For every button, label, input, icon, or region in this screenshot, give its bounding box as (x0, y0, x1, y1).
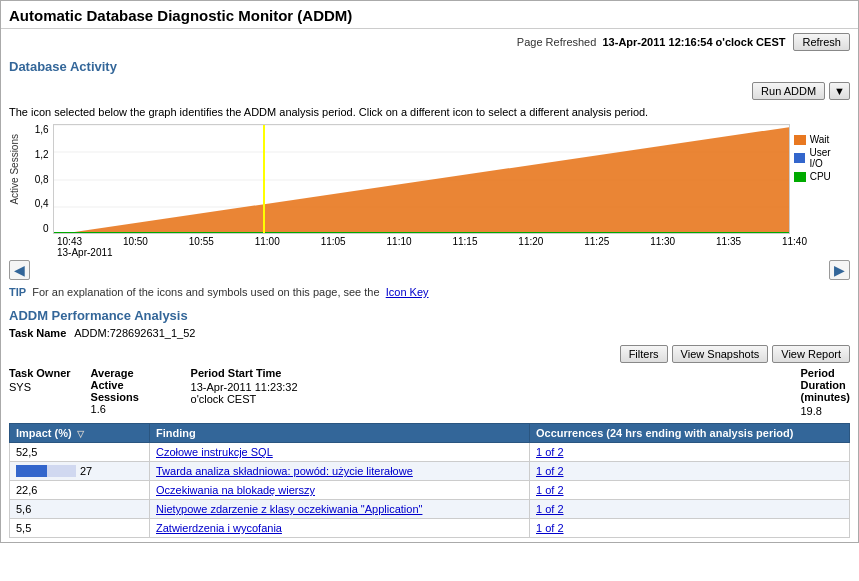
occurrences-link[interactable]: 1 of 2 (536, 484, 564, 496)
avg-active-group: AverageActiveSessions 1.6 (91, 367, 171, 415)
table-row: 22,6Oczekiwania na blokadę wierszy1 of 2 (10, 481, 850, 500)
nav-arrows: ◀ ▶ (1, 258, 858, 282)
occurrences-link[interactable]: 1 of 2 (536, 522, 564, 534)
progress-fill (16, 465, 47, 477)
icon-key-link[interactable]: Icon Key (386, 286, 429, 298)
finding-link[interactable]: Nietypowe zdarzenie z klasy oczekiwania … (156, 503, 422, 515)
details-row: Task Owner SYS AverageActiveSessions 1.6… (9, 367, 850, 417)
tip-bar: TIP For an explanation of the icons and … (1, 282, 858, 304)
page-title: Automatic Database Diagnostic Monitor (A… (9, 7, 352, 24)
next-arrow[interactable]: ▶ (829, 260, 850, 280)
avg-active-value: 1.6 (91, 403, 106, 415)
chart-legend: Wait User I/O CPU (790, 124, 850, 234)
occurrences-link[interactable]: 1 of 2 (536, 503, 564, 515)
addm-section: ADDM Performance Analysis Task Name ADDM… (1, 304, 858, 542)
run-addm-button[interactable]: Run ADDM (752, 82, 825, 100)
finding-link[interactable]: Zatwierdzenia i wycofania (156, 522, 282, 534)
legend-userio: User I/O (794, 147, 846, 169)
chart-y-ticks: 1,6 1,2 0,8 0,4 0 (25, 124, 53, 234)
refresh-button[interactable]: Refresh (793, 33, 850, 51)
sort-icon: ▽ (77, 429, 84, 439)
database-activity-title: Database Activity (1, 55, 858, 78)
legend-wait-color (794, 135, 806, 145)
occurrences-cell[interactable]: 1 of 2 (530, 500, 850, 519)
finding-cell[interactable]: Twarda analiza składniowa: powód: użycie… (150, 462, 530, 481)
legend-cpu-label: CPU (810, 171, 831, 182)
refresh-datetime: 13-Apr-2011 12:16:54 o'clock CEST (602, 36, 785, 48)
col-impact-header: Impact (%) ▽ (10, 424, 150, 443)
action-buttons: Filters View Snapshots View Report (9, 345, 850, 363)
impact-cell: 5,5 (10, 519, 150, 538)
avg-active-label: AverageActiveSessions (91, 367, 139, 403)
period-duration-value: 19.8 (801, 405, 851, 417)
period-start-value: 13-Apr-2011 11:23:32 o'clock CEST (191, 381, 781, 405)
impact-cell: 5,6 (10, 500, 150, 519)
svg-marker-5 (54, 125, 790, 234)
legend-wait-label: Wait (810, 134, 830, 145)
occurrences-cell[interactable]: 1 of 2 (530, 443, 850, 462)
occurrences-cell[interactable]: 1 of 2 (530, 462, 850, 481)
legend-userio-label: User I/O (809, 147, 846, 169)
task-name-label: Task Name (9, 327, 66, 339)
description-text: The icon selected below the graph identi… (1, 104, 858, 124)
impact-value: 27 (80, 465, 92, 477)
table-row: 52,5Czołowe instrukcje SQL1 of 2 (10, 443, 850, 462)
period-start-label: Period Start Time (191, 367, 781, 379)
finding-link[interactable]: Czołowe instrukcje SQL (156, 446, 273, 458)
addm-section-title: ADDM Performance Analysis (9, 308, 850, 323)
task-owner-label: Task Owner (9, 367, 71, 379)
chart-container: Active Sessions 1,6 1,2 0,8 0,4 0 (1, 124, 858, 258)
chart-x-labels: 10:43 10:50 10:55 11:00 11:05 11:10 11:1… (57, 236, 807, 247)
view-report-button[interactable]: View Report (772, 345, 850, 363)
task-owner-value: SYS (9, 381, 71, 393)
finding-cell[interactable]: Zatwierdzenia i wycofania (150, 519, 530, 538)
chart-date-label: 13-Apr-2011 (57, 247, 850, 258)
col-occurrences-header: Occurrences (24 hrs ending with analysis… (530, 424, 850, 443)
legend-cpu-color (794, 172, 806, 182)
refresh-label: Page Refreshed 13-Apr-2011 12:16:54 o'cl… (517, 36, 786, 48)
task-name-value: ADDM:728692631_1_52 (74, 327, 195, 339)
impact-value: 52,5 (16, 446, 37, 458)
occurrences-link[interactable]: 1 of 2 (536, 446, 564, 458)
page-header: Automatic Database Diagnostic Monitor (A… (1, 1, 858, 29)
chart-area: 1,6 1,2 0,8 0,4 0 (25, 124, 850, 258)
col-finding-header: Finding (150, 424, 530, 443)
impact-cell: 27 (10, 462, 150, 481)
progress-bg (16, 465, 76, 477)
table-row: 27 Twarda analiza składniowa: powód: uży… (10, 462, 850, 481)
view-snapshots-button[interactable]: View Snapshots (672, 345, 769, 363)
period-duration-label: PeriodDuration(minutes) (801, 367, 851, 403)
legend-wait: Wait (794, 134, 846, 145)
svg-rect-6 (54, 232, 790, 234)
table-row: 5,5Zatwierdzenia i wycofania1 of 2 (10, 519, 850, 538)
finding-cell[interactable]: Nietypowe zdarzenie z klasy oczekiwania … (150, 500, 530, 519)
chart-y-label: Active Sessions (9, 134, 25, 205)
occurrences-link[interactable]: 1 of 2 (536, 465, 564, 477)
occurrences-cell[interactable]: 1 of 2 (530, 519, 850, 538)
run-addm-area: Run ADDM ▼ (1, 78, 858, 104)
impact-value: 5,5 (16, 522, 31, 534)
legend-userio-color (794, 153, 806, 163)
impact-value: 22,6 (16, 484, 37, 496)
filters-button[interactable]: Filters (620, 345, 668, 363)
finding-cell[interactable]: Oczekiwania na blokadę wierszy (150, 481, 530, 500)
tip-label: TIP (9, 286, 26, 298)
extra-button[interactable]: ▼ (829, 82, 850, 100)
prev-arrow[interactable]: ◀ (9, 260, 30, 280)
refresh-bar: Page Refreshed 13-Apr-2011 12:16:54 o'cl… (1, 29, 858, 55)
period-duration-group: PeriodDuration(minutes) 19.8 (801, 367, 851, 417)
period-start-group: Period Start Time 13-Apr-2011 11:23:32 o… (191, 367, 781, 405)
finding-link[interactable]: Oczekiwania na blokadę wierszy (156, 484, 315, 496)
finding-cell[interactable]: Czołowe instrukcje SQL (150, 443, 530, 462)
impact-cell: 22,6 (10, 481, 150, 500)
occurrences-cell[interactable]: 1 of 2 (530, 481, 850, 500)
legend-cpu: CPU (794, 171, 846, 182)
impact-value: 5,6 (16, 503, 31, 515)
table-row: 5,6Nietypowe zdarzenie z klasy oczekiwan… (10, 500, 850, 519)
impact-cell: 52,5 (10, 443, 150, 462)
task-owner-group: Task Owner SYS (9, 367, 71, 393)
finding-link[interactable]: Twarda analiza składniowa: powód: użycie… (156, 465, 413, 477)
chart-svg (53, 124, 790, 234)
tip-text: For an explanation of the icons and symb… (32, 286, 379, 298)
task-name-row: Task Name ADDM:728692631_1_52 (9, 327, 850, 339)
